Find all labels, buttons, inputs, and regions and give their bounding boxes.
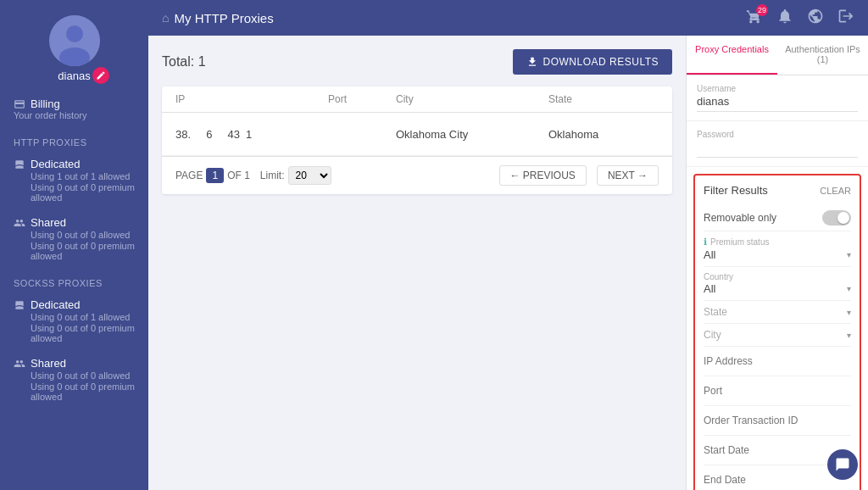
socks-dedicated-sub2: Using 0 out of 0 premium allowed [14,323,135,343]
cell-city: Oklahoma City [396,128,548,141]
edit-avatar-button[interactable] [92,67,109,84]
username-field-value: dianas [697,95,858,112]
filter-header: Filter Results CLEAR [704,184,851,197]
http-dedicated-label: Dedicated [31,158,81,170]
limit-label: Limit: [260,170,285,181]
port-input[interactable] [704,383,851,398]
main-content: Total: 1 DOWNLOAD RESULTS IP Port City S… [148,36,686,490]
billing-nav-item[interactable]: Billing Your order history [0,91,148,127]
col-state: State [548,93,672,105]
cell-ip: 38. 6 43 1 [175,128,328,141]
filter-results-panel: Filter Results CLEAR Removable only ℹ Pr… [693,174,861,490]
socks-dedicated-nav-item[interactable]: Dedicated Using 0 out of 1 allowed Using… [0,292,148,350]
removable-only-row: Removable only [704,205,851,231]
password-field-label: Password [697,130,858,139]
chevron-down-icon: ▾ [847,250,851,259]
password-field-value [697,141,858,158]
end-date-input[interactable] [704,472,851,487]
port-input-row [704,376,851,406]
content-area: Total: 1 DOWNLOAD RESULTS IP Port City S… [148,36,868,490]
table-header: IP Port City State Country [162,86,672,113]
http-shared-sub2: Using 0 out of 0 premium allowed [14,241,135,261]
premium-status-label: ℹ Premium status [704,237,851,248]
avatar [49,15,100,66]
proxy-table: IP Port City State Country 38. 6 43 1 Ok… [162,86,672,194]
right-panel: Proxy Credentials Authentication IPs (1)… [686,36,868,490]
topbar: ⌂ My HTTP Proxies 29 [148,0,868,36]
http-shared-nav-item[interactable]: Shared Using 0 out of 0 allowed Using 0 … [0,209,148,268]
socks-proxies-section-label: SOCKSS Proxies [0,268,148,292]
total-label: Total: 1 [162,54,206,70]
state-select[interactable]: State ▾ [704,301,851,324]
http-shared-sub1: Using 0 out of 0 allowed [14,230,135,240]
socks-shared-nav-item[interactable]: Shared Using 0 out of 0 allowed Using 0 … [0,350,148,409]
ip-address-input-row [704,347,851,376]
of-label: OF 1 [227,170,250,181]
city-chevron-icon: ▾ [847,331,851,340]
http-dedicated-nav-item[interactable]: Dedicated Using 1 out of 1 allowed Using… [0,151,148,209]
previous-page-button[interactable]: ← PREVIOUS [499,165,587,186]
country-chevron-icon: ▾ [847,284,851,293]
state-chevron-icon: ▾ [847,308,851,317]
socks-shared-label: Shared [31,357,66,370]
tab-proxy-credentials[interactable]: Proxy Credentials [687,36,777,75]
cell-state: Oklahoma [548,128,672,141]
order-id-input[interactable] [704,413,851,428]
chat-button[interactable] [827,449,858,480]
http-proxies-section-label: HTTP Proxies [0,127,148,151]
limit-select[interactable]: 20 50 100 [288,166,331,185]
username-label: dianas [58,70,90,82]
page-label: PAGE [175,170,203,181]
removable-only-label: Removable only [704,212,776,224]
cart-icon[interactable]: 29 [746,8,763,29]
state-value: State ▾ [704,306,851,318]
password-section: Password [687,121,868,167]
page-info: PAGE 1 OF 1 Limit: 20 50 100 [175,166,331,185]
next-page-button[interactable]: NEXT → [597,165,659,186]
clear-filter-button[interactable]: CLEAR [820,186,851,196]
http-shared-label: Shared [31,216,66,229]
globe-icon[interactable] [807,8,824,29]
col-ip: IP [175,93,328,105]
username-section: Username dianas [687,75,868,121]
col-city: City [396,93,548,105]
removable-only-toggle[interactable] [822,210,851,226]
sidebar: dianas Billing Your order history HTTP P… [0,0,148,490]
logout-icon[interactable] [837,8,854,29]
city-select[interactable]: City ▾ [704,324,851,347]
download-results-button[interactable]: DOWNLOAD RESULTS [513,49,672,75]
tab-auth-ips[interactable]: Authentication IPs (1) [777,36,868,75]
page-number: 1 [206,168,224,183]
svg-point-1 [66,25,83,42]
premium-status-select[interactable]: ℹ Premium status All ▾ [704,231,851,267]
main-area: ⌂ My HTTP Proxies 29 Total: 1 [148,0,868,490]
page-title: My HTTP Proxies [174,11,273,25]
cart-badge: 29 [756,4,768,16]
country-value: All ▾ [704,282,851,295]
socks-shared-sub1: Using 0 out of 0 allowed [14,370,135,381]
main-header: Total: 1 DOWNLOAD RESULTS [162,49,672,75]
notification-icon[interactable] [776,8,793,29]
ip-address-input[interactable] [704,354,851,369]
socks-dedicated-sub1: Using 0 out of 1 allowed [14,312,135,322]
table-row: 38. 6 43 1 Oklahoma City Oklahoma 🇺🇸 Uni… [162,113,672,156]
billing-sub-label: Your order history [14,110,135,120]
http-dedicated-sub1: Using 1 out of 1 allowed [14,171,135,181]
topbar-actions: 29 [746,8,854,29]
billing-label: Billing [31,97,60,110]
username-field-label: Username [697,84,858,93]
city-value: City ▾ [704,329,851,341]
col-port: Port [328,93,396,105]
country-select[interactable]: Country All ▾ [704,267,851,301]
country-label: Country [704,272,851,281]
home-icon[interactable]: ⌂ [162,11,169,25]
filter-title: Filter Results [704,184,768,197]
panel-tabs: Proxy Credentials Authentication IPs (1) [687,36,868,75]
user-profile: dianas [0,0,148,91]
order-id-input-row [704,406,851,436]
socks-shared-sub2: Using 0 out of 0 premium allowed [14,381,135,402]
socks-dedicated-label: Dedicated [31,298,81,311]
premium-status-value: All ▾ [704,248,851,261]
toggle-knob [837,212,849,224]
pagination: PAGE 1 OF 1 Limit: 20 50 100 ← PREVIOUS … [162,156,672,194]
